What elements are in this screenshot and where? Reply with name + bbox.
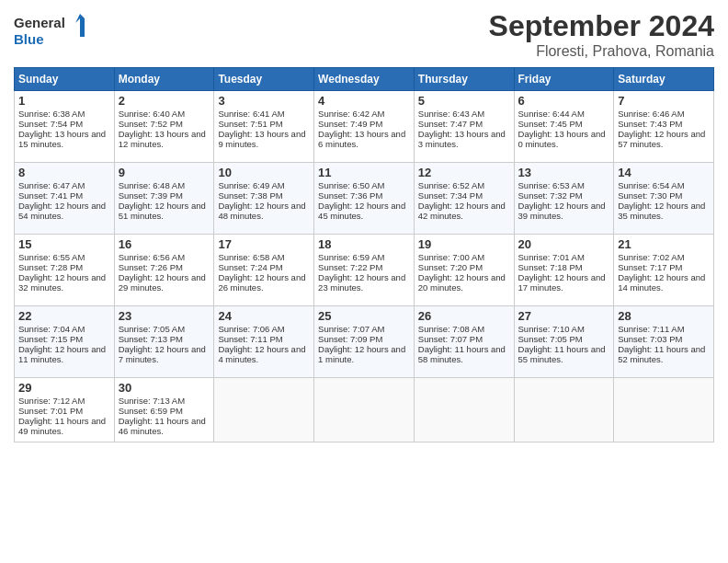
day-info: Daylight: 12 hours and 26 minutes. — [218, 272, 305, 293]
day-info: Sunrise: 6:38 AM — [18, 109, 85, 119]
calendar-cell: 7Sunrise: 6:46 AMSunset: 7:43 PMDaylight… — [614, 91, 714, 163]
location: Floresti, Prahova, Romania — [489, 43, 714, 60]
day-info: Sunrise: 6:47 AM — [18, 180, 85, 190]
day-number: 20 — [518, 237, 610, 251]
day-number: 7 — [618, 94, 710, 108]
calendar-cell: 4Sunrise: 6:42 AMSunset: 7:49 PMDaylight… — [314, 91, 415, 163]
day-number: 30 — [119, 381, 210, 395]
day-info: Sunrise: 7:13 AM — [119, 396, 185, 406]
day-info: Sunrise: 7:05 AM — [119, 324, 185, 334]
day-info: Daylight: 12 hours and 20 minutes. — [418, 272, 506, 293]
day-info: Sunrise: 6:42 AM — [318, 109, 384, 119]
day-info: Daylight: 13 hours and 6 minutes. — [318, 129, 405, 149]
day-info: Daylight: 12 hours and 32 minutes. — [18, 272, 106, 293]
title-block: September 2024 Floresti, Prahova, Romani… — [489, 9, 714, 60]
day-number: 29 — [18, 381, 110, 395]
day-info: Sunrise: 6:59 AM — [318, 252, 384, 262]
day-info: Daylight: 11 hours and 58 minutes. — [418, 344, 506, 364]
day-info: Sunset: 7:11 PM — [218, 334, 282, 344]
day-info: Sunset: 7:34 PM — [418, 190, 483, 201]
day-number: 23 — [119, 309, 210, 323]
calendar-cell: 29Sunrise: 7:12 AMSunset: 7:01 PMDayligh… — [15, 378, 115, 442]
day-number: 17 — [218, 237, 310, 251]
day-info: Sunrise: 6:43 AM — [418, 109, 484, 119]
calendar-cell — [614, 378, 714, 442]
day-info: Daylight: 12 hours and 57 minutes. — [618, 129, 705, 149]
weekday-header-monday: Monday — [114, 68, 214, 91]
day-info: Sunset: 7:45 PM — [518, 119, 583, 129]
day-info: Daylight: 12 hours and 14 minutes. — [618, 272, 705, 293]
calendar-table: SundayMondayTuesdayWednesdayThursdayFrid… — [14, 67, 714, 442]
day-info: Daylight: 12 hours and 51 minutes. — [119, 201, 206, 221]
weekday-header-wednesday: Wednesday — [314, 68, 415, 91]
day-info: Sunrise: 6:54 AM — [618, 180, 684, 190]
calendar-cell: 13Sunrise: 6:53 AMSunset: 7:32 PMDayligh… — [514, 163, 614, 235]
day-info: Sunset: 7:41 PM — [18, 190, 83, 201]
day-info: Daylight: 12 hours and 11 minutes. — [18, 344, 106, 364]
day-info: Sunrise: 7:08 AM — [418, 324, 484, 334]
day-info: Sunrise: 6:41 AM — [218, 109, 284, 119]
calendar-cell: 6Sunrise: 6:44 AMSunset: 7:45 PMDaylight… — [514, 91, 614, 163]
calendar-cell — [314, 378, 415, 442]
day-info: Sunset: 7:05 PM — [518, 334, 583, 344]
day-info: Sunset: 7:22 PM — [318, 262, 382, 272]
svg-marker-2 — [75, 14, 87, 37]
weekday-header-friday: Friday — [514, 68, 614, 91]
calendar-cell — [214, 378, 314, 442]
day-info: Sunset: 7:47 PM — [418, 119, 483, 129]
day-info: Daylight: 13 hours and 9 minutes. — [218, 129, 305, 149]
day-info: Daylight: 12 hours and 54 minutes. — [18, 201, 106, 221]
day-info: Daylight: 11 hours and 52 minutes. — [618, 344, 705, 364]
day-info: Sunset: 7:09 PM — [318, 334, 382, 344]
day-info: Daylight: 12 hours and 23 minutes. — [318, 272, 405, 293]
calendar-cell: 18Sunrise: 6:59 AMSunset: 7:22 PMDayligh… — [314, 235, 415, 306]
day-info: Sunrise: 6:46 AM — [618, 109, 684, 119]
day-info: Sunrise: 6:53 AM — [518, 180, 585, 190]
day-info: Sunset: 7:52 PM — [119, 119, 183, 129]
day-info: Sunset: 7:43 PM — [618, 119, 682, 129]
day-info: Sunrise: 6:56 AM — [119, 252, 185, 262]
day-info: Daylight: 13 hours and 0 minutes. — [518, 129, 606, 149]
logo-svg: General Blue — [14, 9, 87, 51]
calendar-cell: 2Sunrise: 6:40 AMSunset: 7:52 PMDaylight… — [114, 91, 214, 163]
weekday-header-sunday: Sunday — [15, 68, 115, 91]
day-info: Sunset: 7:13 PM — [119, 334, 183, 344]
calendar-cell: 23Sunrise: 7:05 AMSunset: 7:13 PMDayligh… — [114, 306, 214, 378]
day-info: Daylight: 13 hours and 15 minutes. — [18, 129, 106, 149]
calendar-cell: 9Sunrise: 6:48 AMSunset: 7:39 PMDaylight… — [114, 163, 214, 235]
calendar-cell: 11Sunrise: 6:50 AMSunset: 7:36 PMDayligh… — [314, 163, 415, 235]
day-info: Daylight: 12 hours and 4 minutes. — [218, 344, 305, 364]
calendar-cell: 1Sunrise: 6:38 AMSunset: 7:54 PMDaylight… — [15, 91, 115, 163]
day-number: 13 — [518, 166, 610, 179]
calendar-cell: 3Sunrise: 6:41 AMSunset: 7:51 PMDaylight… — [214, 91, 314, 163]
calendar-cell: 16Sunrise: 6:56 AMSunset: 7:26 PMDayligh… — [114, 235, 214, 306]
calendar-cell: 5Sunrise: 6:43 AMSunset: 7:47 PMDaylight… — [414, 91, 514, 163]
day-info: Daylight: 12 hours and 39 minutes. — [518, 201, 606, 221]
day-info: Sunrise: 7:02 AM — [618, 252, 684, 262]
day-info: Sunset: 7:54 PM — [18, 119, 83, 129]
day-number: 22 — [18, 309, 110, 323]
day-info: Sunrise: 6:40 AM — [119, 109, 185, 119]
calendar-cell: 26Sunrise: 7:08 AMSunset: 7:07 PMDayligh… — [414, 306, 514, 378]
calendar-cell: 8Sunrise: 6:47 AMSunset: 7:41 PMDaylight… — [15, 163, 115, 235]
day-info: Daylight: 13 hours and 12 minutes. — [119, 129, 206, 149]
weekday-header-saturday: Saturday — [614, 68, 714, 91]
week-row-5: 29Sunrise: 7:12 AMSunset: 7:01 PMDayligh… — [15, 378, 714, 442]
day-info: Sunset: 7:01 PM — [18, 406, 83, 416]
day-info: Daylight: 12 hours and 42 minutes. — [418, 201, 506, 221]
week-row-2: 8Sunrise: 6:47 AMSunset: 7:41 PMDaylight… — [15, 163, 714, 235]
day-info: Sunrise: 6:55 AM — [18, 252, 85, 262]
month-year: September 2024 — [489, 9, 714, 43]
day-info: Sunset: 7:30 PM — [618, 190, 682, 201]
day-info: Sunrise: 7:01 AM — [518, 252, 585, 262]
calendar-cell — [414, 378, 514, 442]
day-number: 15 — [18, 237, 110, 251]
day-info: Sunset: 7:15 PM — [18, 334, 83, 344]
day-info: Sunset: 7:24 PM — [218, 262, 282, 272]
calendar-cell: 24Sunrise: 7:06 AMSunset: 7:11 PMDayligh… — [214, 306, 314, 378]
day-info: Sunset: 6:59 PM — [119, 406, 183, 416]
day-info: Daylight: 11 hours and 55 minutes. — [518, 344, 606, 364]
svg-text:General: General — [14, 15, 65, 30]
day-info: Sunset: 7:20 PM — [418, 262, 483, 272]
day-number: 3 — [218, 94, 310, 108]
